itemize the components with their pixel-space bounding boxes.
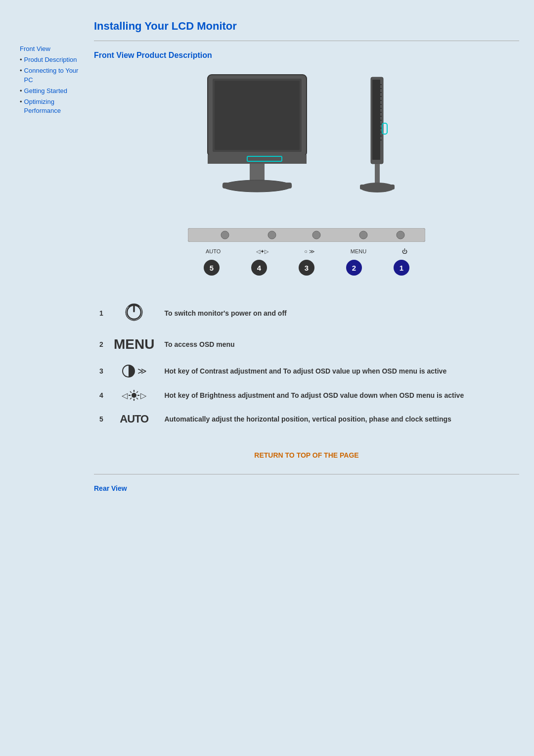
- btn-label-contrast: ○ ≫: [304, 248, 315, 255]
- btn-circle-2: 2: [346, 260, 362, 276]
- btn-circle-1: 1: [394, 260, 409, 276]
- svg-line-46: [136, 398, 138, 399]
- button-diagram: AUTO ◁✦▷ ○ ≫ MENU ⏻ 5 4 3: [94, 228, 519, 276]
- top-divider: [94, 41, 519, 41]
- feature-desc-3: Hot key of Contrast adjustment and To ad…: [159, 358, 519, 384]
- btn-label-auto: AUTO: [206, 248, 221, 255]
- svg-point-34: [397, 231, 404, 239]
- svg-point-31: [268, 231, 276, 239]
- feature-num-4: 4: [94, 384, 109, 407]
- monitor-front-image: [193, 70, 321, 208]
- feature-icon-contrast: ≫: [109, 358, 159, 384]
- monitor-images: [94, 70, 519, 208]
- return-to-top-anchor[interactable]: RETURN TO TOP OF THE PAGE: [254, 451, 358, 459]
- button-bar-container: [188, 228, 425, 243]
- feature-row-1: 1 To switch monitor's power on and off: [94, 295, 519, 331]
- feature-table: 1 To switch monitor's power on and off: [94, 295, 519, 431]
- sidebar-item-optimizing-performance[interactable]: Optimizing Performance: [20, 97, 84, 115]
- svg-rect-7: [222, 183, 292, 189]
- svg-line-47: [136, 391, 138, 393]
- btn-label-power: ⏻: [402, 248, 407, 255]
- feature-icon-auto: AUTO: [109, 407, 159, 431]
- feature-num-3: 3: [94, 358, 109, 384]
- feature-icon-brightness: ◁ ▷: [109, 384, 159, 407]
- svg-line-45: [130, 391, 132, 393]
- page-wrapper: Front View Produt Description Connecting…: [0, 0, 534, 756]
- feature-row-4: 4 ◁: [94, 384, 519, 407]
- sidebar-item-product-description[interactable]: Produt Description: [20, 55, 84, 64]
- monitor-side-image: [341, 70, 420, 208]
- btn-circle-5: 5: [204, 260, 220, 276]
- svg-point-32: [312, 231, 320, 239]
- sidebar-item-connecting[interactable]: Connecting to Your PC: [20, 66, 84, 84]
- feature-num-2: 2: [94, 331, 109, 358]
- rear-view-link[interactable]: Rear View: [94, 484, 519, 492]
- btn-circle-4: 4: [251, 260, 267, 276]
- sidebar-item-getting-started[interactable]: Getting Started: [20, 87, 84, 95]
- feature-icon-power: [109, 295, 159, 331]
- svg-line-48: [130, 398, 132, 399]
- main-content: Installing Your LCD Monitor Front View P…: [84, 20, 519, 736]
- svg-point-40: [132, 393, 136, 398]
- section-title: Front View Product Description: [94, 51, 519, 60]
- feature-num-1: 1: [94, 295, 109, 331]
- bottom-divider: [94, 474, 519, 474]
- btn-circle-3: 3: [299, 260, 314, 276]
- btn-label-menu: MENU: [351, 248, 366, 255]
- sidebar: Front View Produt Description Connecting…: [20, 20, 84, 736]
- btn-label-brightness: ◁✦▷: [256, 248, 268, 255]
- feature-desc-4: Hot key of Brightness adjustment and To …: [159, 384, 519, 407]
- svg-rect-28: [360, 185, 395, 189]
- svg-point-33: [359, 231, 367, 239]
- svg-rect-2: [215, 81, 300, 150]
- feature-desc-5: Automatically adjust the horizontal posi…: [159, 407, 519, 431]
- return-link[interactable]: RETURN TO TOP OF THE PAGE: [94, 451, 519, 459]
- feature-icon-menu: MENU: [109, 331, 159, 358]
- page-title: Installing Your LCD Monitor: [94, 20, 519, 33]
- feature-desc-1: To switch monitor's power on and off: [159, 295, 519, 331]
- svg-point-30: [221, 231, 229, 239]
- feature-row-3: 3 ≫ Hot key of Contrast adjustment and T…: [94, 358, 519, 384]
- sidebar-item-front-view[interactable]: Front View: [20, 45, 84, 53]
- feature-row-2: 2 MENU To access OSD menu: [94, 331, 519, 358]
- feature-row-5: 5 AUTO Automatically adjust the horizont…: [94, 407, 519, 431]
- feature-desc-2: To access OSD menu: [159, 331, 519, 358]
- feature-num-5: 5: [94, 407, 109, 431]
